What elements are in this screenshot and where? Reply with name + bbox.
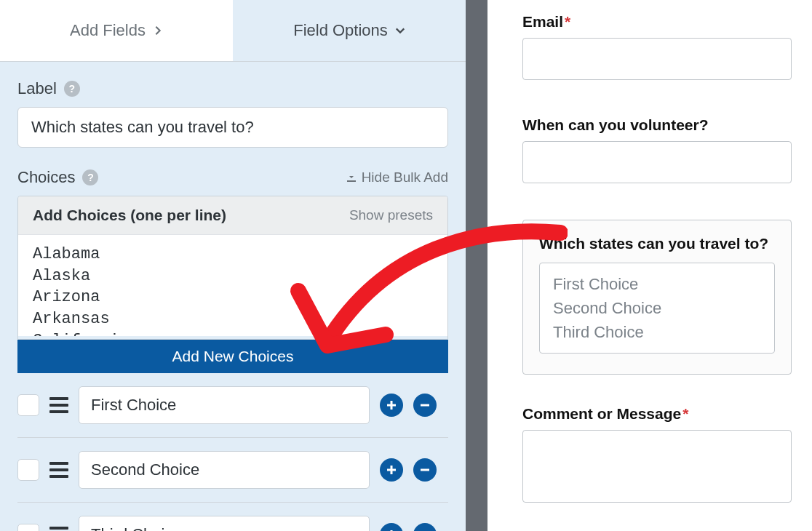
required-asterisk: * bbox=[682, 405, 688, 422]
chevron-right-icon bbox=[153, 25, 163, 36]
chevron-down-icon bbox=[395, 25, 405, 36]
choice-value-input[interactable] bbox=[79, 451, 370, 489]
bulk-add-box: Add Choices (one per line) Show presets bbox=[17, 196, 448, 340]
preview-choice-item: First Choice bbox=[553, 272, 761, 296]
add-choice-button[interactable] bbox=[380, 394, 403, 417]
remove-choice-button[interactable] bbox=[413, 394, 437, 417]
choice-value-input[interactable] bbox=[79, 386, 370, 424]
preview-label: Comment or Message* bbox=[522, 405, 792, 423]
tab-label: Field Options bbox=[293, 21, 388, 40]
plus-icon bbox=[386, 399, 397, 411]
minus-icon bbox=[419, 399, 431, 411]
choice-default-checkbox[interactable] bbox=[17, 524, 39, 531]
add-new-choices-button[interactable]: Add New Choices bbox=[17, 340, 448, 373]
field-label-input[interactable] bbox=[17, 107, 448, 148]
add-choice-button[interactable] bbox=[380, 458, 403, 482]
choice-value-input[interactable] bbox=[79, 516, 370, 531]
hide-bulk-add-link[interactable]: Hide Bulk Add bbox=[346, 169, 448, 185]
bulk-add-textarea[interactable] bbox=[18, 234, 447, 336]
show-presets-link[interactable]: Show presets bbox=[349, 207, 433, 223]
tab-field-options[interactable]: Field Options bbox=[233, 0, 466, 61]
label-title: Label bbox=[17, 79, 57, 98]
preview-choice-list: First Choice Second Choice Third Choice bbox=[539, 263, 775, 354]
preview-label: Which states can you travel to? bbox=[539, 235, 775, 252]
preview-volunteer-input[interactable] bbox=[522, 141, 792, 183]
preview-comment-input[interactable] bbox=[522, 430, 792, 503]
minus-icon bbox=[419, 464, 431, 476]
choice-row bbox=[17, 438, 448, 503]
panel-divider[interactable] bbox=[466, 0, 487, 531]
preview-choice-item: Second Choice bbox=[553, 296, 761, 320]
remove-choice-button[interactable] bbox=[413, 458, 437, 482]
bulk-add-title: Add Choices (one per line) bbox=[33, 207, 226, 224]
plus-icon bbox=[386, 464, 397, 476]
tab-add-fields[interactable]: Add Fields bbox=[0, 0, 233, 61]
preview-field-volunteer: When can you volunteer? bbox=[522, 116, 792, 183]
choice-default-checkbox[interactable] bbox=[17, 394, 39, 416]
label-section-header: Label ? bbox=[17, 79, 448, 98]
hide-bulk-label: Hide Bulk Add bbox=[362, 169, 448, 185]
drag-handle-icon[interactable] bbox=[49, 397, 68, 413]
choices-section-header: Choices ? bbox=[17, 168, 98, 187]
tab-label: Add Fields bbox=[70, 21, 146, 40]
panel-tabs: Add Fields Field Options bbox=[0, 0, 466, 62]
remove-choice-button[interactable] bbox=[413, 523, 437, 531]
required-asterisk: * bbox=[565, 13, 570, 30]
preview-field-email: Email* bbox=[522, 13, 792, 80]
field-options-panel: Add Fields Field Options Label ? Choices… bbox=[0, 0, 466, 531]
drag-handle-icon[interactable] bbox=[49, 462, 68, 478]
choice-default-checkbox[interactable] bbox=[17, 459, 39, 481]
help-icon[interactable]: ? bbox=[64, 81, 80, 97]
help-icon[interactable]: ? bbox=[82, 169, 98, 185]
choice-row bbox=[17, 373, 448, 438]
form-preview: Email* When can you volunteer? Which sta… bbox=[487, 0, 812, 531]
choice-row bbox=[17, 503, 448, 531]
preview-field-comment: Comment or Message* bbox=[522, 405, 792, 503]
preview-label: When can you volunteer? bbox=[522, 116, 792, 134]
preview-email-input[interactable] bbox=[522, 38, 792, 80]
preview-field-states[interactable]: Which states can you travel to? First Ch… bbox=[522, 220, 792, 375]
add-choice-button[interactable] bbox=[380, 523, 403, 531]
drag-handle-icon[interactable] bbox=[49, 527, 68, 531]
choices-title: Choices bbox=[17, 168, 75, 187]
preview-label: Email* bbox=[522, 13, 792, 31]
download-icon bbox=[346, 172, 357, 183]
preview-choice-item: Third Choice bbox=[553, 320, 761, 344]
